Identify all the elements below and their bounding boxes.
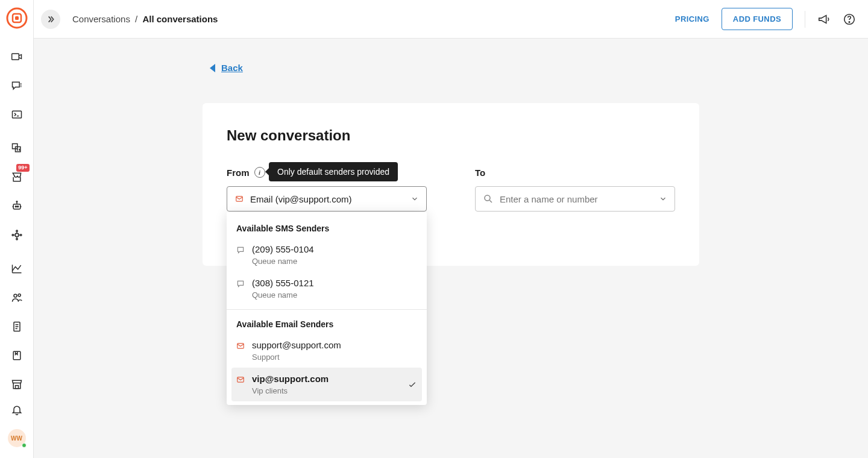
svg-rect-3 bbox=[11, 54, 19, 60]
svg-point-40 bbox=[485, 195, 490, 201]
to-search-input[interactable] bbox=[500, 194, 653, 204]
back-link[interactable]: Back bbox=[210, 63, 243, 73]
pricing-link[interactable]: PRICING bbox=[675, 14, 709, 24]
svg-rect-33 bbox=[13, 351, 20, 359]
dropdown-item-title: vip@support.com bbox=[252, 374, 400, 384]
nav-analytics-icon[interactable] bbox=[6, 260, 28, 277]
dropdown-email-item-selected[interactable]: vip@support.com Vip clients bbox=[231, 368, 422, 401]
dropdown-sms-item[interactable]: (209) 555-0104 Queue name bbox=[227, 238, 427, 272]
from-label: From bbox=[227, 168, 250, 178]
nav-people-icon[interactable] bbox=[6, 289, 28, 306]
dropdown-item-subtitle: Vip clients bbox=[252, 386, 400, 395]
nav-storefront-icon[interactable] bbox=[6, 376, 28, 393]
help-icon[interactable] bbox=[843, 13, 856, 26]
dropdown-item-title: support@support.com bbox=[252, 340, 417, 350]
presence-dot-icon bbox=[22, 443, 27, 448]
from-selected-value: Email (vip@support.com) bbox=[250, 194, 404, 204]
svg-point-21 bbox=[16, 230, 17, 232]
info-icon[interactable]: i bbox=[254, 167, 265, 178]
svg-point-13 bbox=[17, 206, 18, 207]
to-input[interactable] bbox=[475, 186, 675, 212]
from-field: From i Only default senders provided Ema… bbox=[227, 166, 427, 212]
svg-rect-34 bbox=[15, 386, 18, 389]
svg-point-20 bbox=[20, 234, 21, 236]
avatar-initials: WW bbox=[11, 435, 22, 442]
back-label: Back bbox=[221, 63, 243, 73]
notification-badge: 99+ bbox=[16, 164, 29, 172]
topbar-divider bbox=[805, 11, 805, 28]
card-title: New conversation bbox=[227, 127, 675, 144]
breadcrumb-separator: / bbox=[135, 14, 137, 24]
add-funds-button[interactable]: ADD FUNDS bbox=[722, 8, 793, 30]
dropdown-sms-item[interactable]: (308) 555-0121 Queue name bbox=[227, 272, 427, 306]
dropdown-email-header: Available Email Senders bbox=[227, 313, 427, 334]
nav-bell-icon[interactable] bbox=[6, 401, 28, 418]
info-tooltip: Only default senders provided bbox=[269, 162, 398, 181]
svg-point-15 bbox=[16, 201, 17, 202]
avatar[interactable]: WW bbox=[8, 429, 26, 447]
from-dropdown: Available SMS Senders (209) 555-0104 Que… bbox=[227, 212, 427, 405]
megaphone-icon[interactable] bbox=[817, 13, 831, 26]
dropdown-divider bbox=[227, 309, 427, 310]
dropdown-item-subtitle: Support bbox=[252, 353, 417, 362]
dropdown-item-subtitle: Queue name bbox=[252, 257, 417, 266]
svg-point-28 bbox=[18, 294, 20, 296]
svg-line-41 bbox=[489, 200, 492, 202]
svg-rect-18 bbox=[15, 234, 18, 237]
check-icon bbox=[407, 380, 417, 389]
dropdown-item-title: (308) 555-0121 bbox=[252, 278, 417, 288]
dropdown-item-title: (209) 555-0104 bbox=[252, 244, 417, 254]
breadcrumb: Conversations / All conversations bbox=[72, 14, 218, 24]
breadcrumb-current: All conversations bbox=[142, 14, 218, 24]
topbar: Conversations / All conversations PRICIN… bbox=[34, 0, 868, 39]
svg-point-36 bbox=[849, 21, 849, 22]
dropdown-item-subtitle: Queue name bbox=[252, 290, 417, 300]
sidebar: 99+ bbox=[0, 0, 34, 458]
logo[interactable] bbox=[6, 7, 28, 29]
chevron-down-icon bbox=[410, 195, 419, 203]
svg-point-19 bbox=[12, 234, 14, 236]
to-label: To bbox=[475, 168, 485, 178]
chat-icon bbox=[236, 280, 245, 288]
nav-bookmark-icon[interactable] bbox=[6, 347, 28, 364]
nav-store-icon[interactable]: 99+ bbox=[6, 169, 28, 186]
nav-outbound-icon[interactable] bbox=[6, 48, 28, 65]
chat-icon bbox=[236, 246, 245, 254]
svg-rect-7 bbox=[12, 111, 21, 118]
svg-point-27 bbox=[14, 294, 17, 297]
from-select[interactable]: Email (vip@support.com) bbox=[227, 186, 427, 212]
to-field: To bbox=[475, 166, 675, 212]
svg-point-22 bbox=[16, 238, 17, 240]
back-arrow-icon bbox=[210, 64, 215, 72]
mail-icon bbox=[234, 194, 244, 204]
nav-bot-icon[interactable] bbox=[6, 198, 28, 215]
svg-point-12 bbox=[15, 206, 16, 207]
mail-icon bbox=[236, 342, 245, 350]
breadcrumb-parent[interactable]: Conversations bbox=[72, 14, 130, 24]
nav-stack-icon[interactable] bbox=[6, 140, 28, 157]
search-icon bbox=[483, 193, 494, 204]
nav-doc-icon[interactable] bbox=[6, 318, 28, 335]
dropdown-sms-header: Available SMS Senders bbox=[227, 218, 427, 238]
nav-terminal-icon[interactable] bbox=[6, 106, 28, 123]
nav-node-icon[interactable] bbox=[6, 227, 28, 243]
dropdown-email-item[interactable]: support@support.com Support bbox=[227, 334, 427, 368]
svg-rect-9 bbox=[12, 144, 17, 149]
new-conversation-card: New conversation From i Only default sen… bbox=[203, 103, 699, 266]
mail-icon bbox=[236, 375, 245, 384]
svg-rect-2 bbox=[15, 16, 19, 20]
chevron-down-icon bbox=[659, 195, 667, 203]
nav-chat-icon[interactable] bbox=[6, 77, 28, 94]
expand-sidebar-button[interactable] bbox=[41, 10, 60, 29]
